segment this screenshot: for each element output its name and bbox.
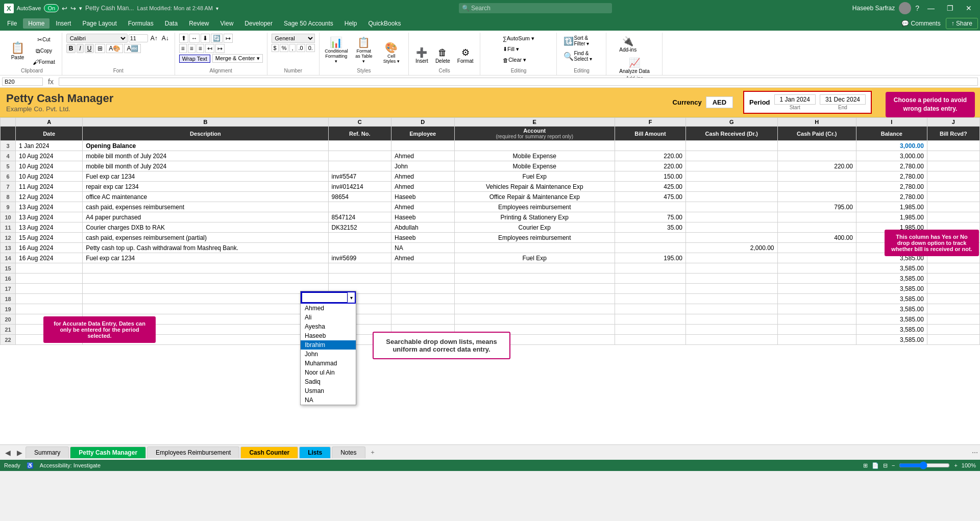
- cell-bal[interactable]: 2,780.00: [856, 182, 927, 192]
- zoom-in-btn[interactable]: +: [954, 462, 957, 468]
- cell-bill[interactable]: [615, 294, 686, 304]
- cell-ref[interactable]: [328, 202, 391, 212]
- cell-emp[interactable]: John: [391, 161, 454, 171]
- cell-recv[interactable]: [685, 222, 777, 233]
- menu-review[interactable]: Review: [184, 18, 214, 29]
- cell-date[interactable]: [16, 284, 83, 294]
- wrap-text-btn[interactable]: Wrap Text: [179, 55, 210, 63]
- dropdown-item[interactable]: Ali: [301, 313, 356, 322]
- cell-acct[interactable]: Employees reimbursement: [454, 202, 615, 212]
- cell-recv[interactable]: [685, 192, 777, 202]
- tab-notes[interactable]: Notes: [332, 446, 365, 458]
- cell-paid[interactable]: [777, 335, 856, 345]
- cell-paid[interactable]: [777, 141, 856, 151]
- cell-paid[interactable]: [777, 182, 856, 192]
- cell-date[interactable]: 13 Aug 2024: [16, 222, 83, 233]
- tab-lists[interactable]: Lists: [299, 446, 331, 458]
- delete-cell-btn[interactable]: 🗑 Delete: [433, 37, 453, 65]
- cell-acct[interactable]: [454, 314, 615, 325]
- cell-emp[interactable]: [391, 263, 454, 274]
- menu-view[interactable]: View: [215, 18, 239, 29]
- cell-date[interactable]: 15 Aug 2024: [16, 233, 83, 243]
- align-bottom-btn[interactable]: ⬇: [201, 34, 210, 43]
- font-name-select[interactable]: Calibri: [66, 34, 128, 43]
- cell-desc[interactable]: Courier charges DXB to RAK: [83, 222, 328, 233]
- cell-bal[interactable]: 3,585.00: [856, 274, 927, 284]
- cell-desc[interactable]: [83, 284, 328, 294]
- cell-recv[interactable]: 2,000.00: [685, 243, 777, 253]
- dropdown-item[interactable]: Sadiq: [301, 377, 356, 386]
- cell-styles-btn[interactable]: 🎨 Cell Styles ▾: [379, 37, 404, 65]
- cell-emp[interactable]: Abdullah: [391, 222, 454, 233]
- cell-date[interactable]: 10 Aug 2024: [16, 161, 83, 171]
- tab-cash-counter[interactable]: Cash Counter: [240, 446, 298, 458]
- border-button[interactable]: ⊞: [95, 44, 105, 53]
- cell-desc[interactable]: [83, 263, 328, 274]
- align-left-btn[interactable]: ≡: [179, 44, 187, 53]
- cell-paid[interactable]: [777, 294, 856, 304]
- cell-bill[interactable]: [615, 304, 686, 314]
- cell-desc[interactable]: Fuel exp car 1234: [83, 253, 328, 263]
- analyze-data-btn[interactable]: 📈 Analyze Data: [617, 55, 652, 76]
- cell-billrcvd[interactable]: [927, 263, 979, 274]
- cell-date[interactable]: 13 Aug 2024: [16, 212, 83, 222]
- cell-bal[interactable]: 3,585.00: [856, 284, 927, 294]
- cell-bill[interactable]: [615, 263, 686, 274]
- cell-bill[interactable]: [615, 325, 686, 335]
- dropdown-item[interactable]: Muhammad: [301, 359, 356, 368]
- cell-billrcvd[interactable]: [927, 192, 979, 202]
- cell-desc[interactable]: office AC maintenance: [83, 192, 328, 202]
- dropdown-arrow[interactable]: ▾: [348, 294, 355, 302]
- cell-ref[interactable]: [328, 161, 391, 171]
- cell-billrcvd[interactable]: [927, 325, 979, 335]
- decrease-decimal-btn[interactable]: .0: [297, 44, 305, 52]
- menu-help[interactable]: Help: [339, 18, 362, 29]
- cell-billrcvd[interactable]: [927, 284, 979, 294]
- cell-acct[interactable]: Fuel Exp: [454, 171, 615, 182]
- cell-bal[interactable]: 2,780.00: [856, 192, 927, 202]
- minimize-button[interactable]: —: [923, 4, 939, 12]
- cell-bill[interactable]: 150.00: [615, 171, 686, 182]
- comma-btn[interactable]: ,: [289, 44, 295, 52]
- dropdown-item[interactable]: NA: [301, 395, 356, 405]
- cell-billrcvd[interactable]: [927, 335, 979, 345]
- cell-acct[interactable]: Printing & Stationery Exp: [454, 212, 615, 222]
- cell-paid[interactable]: [777, 253, 856, 263]
- dropdown-item[interactable]: Ibrahim: [301, 340, 356, 350]
- cell-recv[interactable]: [685, 141, 777, 151]
- autosum-btn[interactable]: ∑ AutoSum ▾: [500, 34, 537, 43]
- cell-billrcvd[interactable]: [927, 161, 979, 171]
- menu-quickbooks[interactable]: QuickBooks: [363, 18, 406, 29]
- cell-ref[interactable]: [328, 151, 391, 161]
- redo-btn[interactable]: ↪: [70, 5, 76, 12]
- menu-page-layout[interactable]: Page Layout: [77, 18, 121, 29]
- cell-paid[interactable]: [777, 243, 856, 253]
- cell-bill[interactable]: 35.00: [615, 222, 686, 233]
- cell-ref[interactable]: [328, 274, 391, 284]
- inner-scroll[interactable]: A B C D E F G H I J Date Description Ref…: [0, 117, 980, 444]
- cell-bill[interactable]: 475.00: [615, 192, 686, 202]
- dropdown-item[interactable]: Ahmed: [301, 304, 356, 313]
- cell-bal[interactable]: 1,985.00: [856, 212, 927, 222]
- cell-emp[interactable]: Ahmed: [391, 151, 454, 161]
- paste-button[interactable]: 📋 Paste: [6, 39, 29, 63]
- cell-bill[interactable]: [615, 314, 686, 325]
- increase-decimal-btn[interactable]: 0.: [306, 44, 315, 52]
- cell-desc[interactable]: mobile bill month of July 2024: [83, 161, 328, 171]
- cell-emp[interactable]: Haseeb: [391, 233, 454, 243]
- menu-formulas[interactable]: Formulas: [123, 18, 159, 29]
- cell-bill[interactable]: 425.00: [615, 182, 686, 192]
- cell-paid[interactable]: [777, 151, 856, 161]
- tab-summary[interactable]: Summary: [26, 446, 69, 458]
- merge-center-btn[interactable]: Merge & Center ▾: [212, 54, 263, 63]
- cell-bill[interactable]: [615, 243, 686, 253]
- cell-acct[interactable]: Office Repair & Maintenance Exp: [454, 192, 615, 202]
- cell-billrcvd[interactable]: [927, 304, 979, 314]
- cell-recv[interactable]: [685, 314, 777, 325]
- cell-recv[interactable]: [685, 161, 777, 171]
- cell-ref[interactable]: inv#014214: [328, 182, 391, 192]
- zoom-slider[interactable]: [899, 461, 950, 469]
- sheet-view-normal-icon[interactable]: ⊞: [863, 462, 868, 469]
- share-btn[interactable]: ↑ Share: [946, 18, 978, 29]
- font-size-input[interactable]: [129, 34, 148, 42]
